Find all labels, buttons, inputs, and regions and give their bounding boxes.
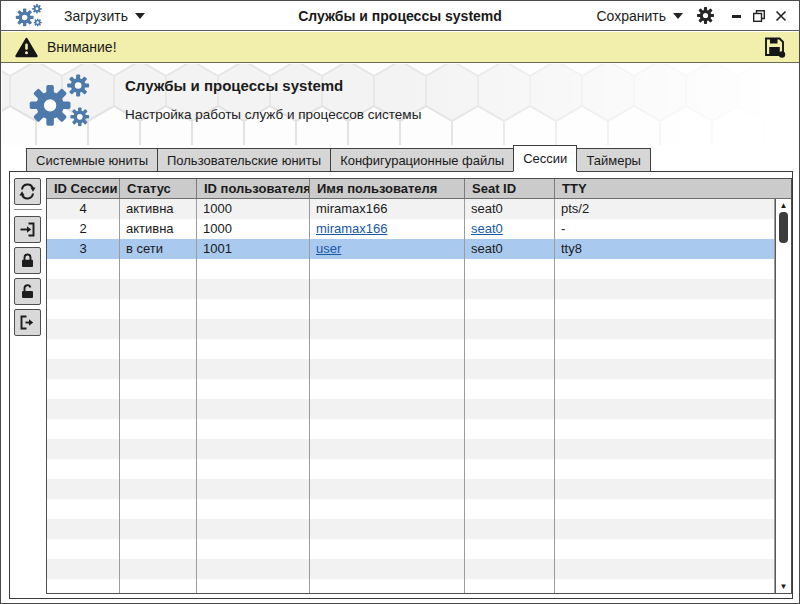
chevron-down-icon	[135, 13, 145, 19]
table-cell	[555, 379, 775, 399]
table-cell	[120, 259, 197, 279]
settings-button[interactable]	[693, 4, 717, 28]
column-header[interactable]: TTY	[555, 179, 791, 198]
table-cell	[120, 579, 197, 593]
table-scrollbar[interactable]: ▲ ▼	[775, 199, 791, 593]
table-cell	[47, 579, 120, 593]
sign-out-button[interactable]	[14, 309, 41, 336]
table-empty-row	[47, 499, 775, 519]
save-file-icon[interactable]	[763, 35, 787, 59]
table-empty-row	[47, 399, 775, 419]
column-header[interactable]: Имя пользователя	[310, 179, 465, 198]
table-cell	[197, 339, 310, 359]
table-cell: в сети	[120, 239, 197, 259]
table-cell	[465, 319, 555, 339]
table-cell	[555, 399, 775, 419]
table-empty-row	[47, 439, 775, 459]
table-cell: miramax166	[310, 199, 465, 219]
table-cell: 1001	[197, 239, 310, 259]
gear-icon	[696, 6, 715, 25]
table-cell	[47, 359, 120, 379]
table-cell	[465, 299, 555, 319]
table-cell: pts/2	[555, 199, 775, 219]
table-cell	[555, 579, 775, 593]
table-cell	[120, 499, 197, 519]
table-cell	[120, 519, 197, 539]
table-cell	[555, 439, 775, 459]
table-empty-row	[47, 579, 775, 593]
cell-link[interactable]: seat0	[471, 221, 503, 236]
table-row[interactable]: 4активна1000miramax166seat0pts/2	[47, 199, 775, 219]
save-menu-button[interactable]: Сохранить	[590, 4, 689, 28]
table-row[interactable]: 2активна1000miramax166seat0-	[47, 219, 775, 239]
refresh-button[interactable]	[14, 178, 41, 205]
table-cell	[555, 499, 775, 519]
table-cell	[465, 379, 555, 399]
table-cell	[47, 519, 120, 539]
tab-item[interactable]: Таймеры	[576, 148, 651, 172]
table-empty-row	[47, 379, 775, 399]
table-empty-row	[47, 419, 775, 439]
table-cell	[120, 299, 197, 319]
table-cell	[197, 419, 310, 439]
table-empty-row	[47, 519, 775, 539]
sign-out-icon	[19, 314, 36, 331]
scrollbar-thumb[interactable]	[779, 212, 788, 243]
table-cell: активна	[120, 199, 197, 219]
column-header[interactable]: ID пользователя	[197, 179, 310, 198]
table-body: 4активна1000miramax166seat0pts/22активна…	[47, 199, 775, 593]
unlock-button[interactable]	[14, 278, 41, 305]
table-cell	[465, 259, 555, 279]
table-cell	[197, 539, 310, 559]
table-cell	[465, 579, 555, 593]
column-header[interactable]: ID Сессии	[47, 179, 120, 198]
banner-subtitle: Настройка работы служб и процессов систе…	[125, 107, 421, 122]
table-empty-row	[47, 339, 775, 359]
table-cell	[47, 399, 120, 419]
column-header[interactable]: Seat ID	[465, 179, 555, 198]
close-button[interactable]	[771, 6, 791, 26]
cell-link[interactable]: miramax166	[316, 221, 388, 236]
column-header[interactable]: Статус	[120, 179, 197, 198]
table-cell	[310, 399, 465, 419]
table-row[interactable]: 3в сети1001userseat0tty8	[47, 239, 775, 259]
table-cell	[120, 339, 197, 359]
table-empty-row	[47, 479, 775, 499]
table-cell	[47, 339, 120, 359]
table-cell	[465, 439, 555, 459]
table-cell	[197, 299, 310, 319]
table-cell	[310, 279, 465, 299]
table-cell	[197, 459, 310, 479]
table-cell	[47, 379, 120, 399]
table-empty-row	[47, 259, 775, 279]
table-cell	[47, 419, 120, 439]
maximize-button[interactable]	[749, 6, 769, 26]
table-cell	[47, 439, 120, 459]
save-menu-label: Сохранить	[596, 8, 666, 24]
table-cell	[555, 259, 775, 279]
table-header-row: ID СессииСтатусID пользователяИмя пользо…	[47, 179, 791, 199]
scroll-up-button[interactable]: ▲	[777, 199, 790, 211]
lock-button[interactable]	[14, 247, 41, 274]
tab-item[interactable]: Пользовательские юниты	[157, 148, 331, 172]
cell-link[interactable]: user	[316, 241, 341, 256]
sign-in-button[interactable]	[14, 216, 41, 243]
table-cell	[310, 319, 465, 339]
table-cell	[310, 499, 465, 519]
scroll-down-button[interactable]: ▼	[777, 580, 790, 592]
table-cell	[120, 399, 197, 419]
sessions-tab-panel: ID СессииСтатусID пользователяИмя пользо…	[9, 171, 793, 599]
tab-item[interactable]: Конфигурационные файлы	[330, 148, 514, 172]
table-cell	[555, 459, 775, 479]
load-menu-label: Загрузить	[64, 8, 128, 24]
load-menu-button[interactable]: Загрузить	[58, 4, 151, 28]
tab-item[interactable]: Системные юниты	[26, 148, 158, 172]
tab-item[interactable]: Сессии	[513, 145, 577, 172]
sign-in-icon	[19, 221, 36, 238]
table-cell: активна	[120, 219, 197, 239]
warning-icon	[15, 37, 38, 58]
minimize-button[interactable]	[727, 6, 747, 26]
table-cell	[120, 359, 197, 379]
table-empty-row	[47, 459, 775, 479]
table-empty-row	[47, 279, 775, 299]
